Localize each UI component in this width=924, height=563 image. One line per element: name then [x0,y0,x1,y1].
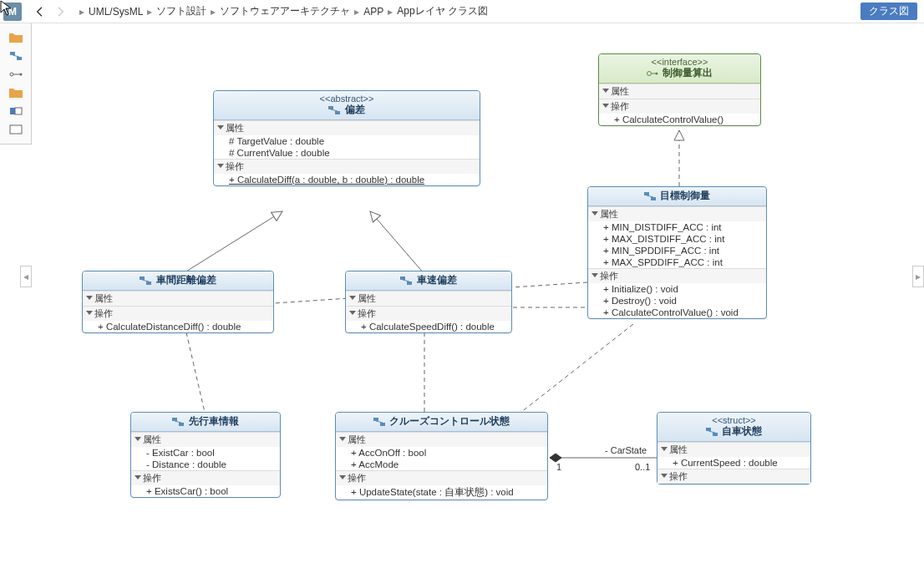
svg-rect-40 [713,433,718,436]
class-shasoku[interactable]: 車速偏差 属性 操作 + CalculateSpeedDiff() : doub… [345,271,512,333]
toolbox-panel [0,23,32,145]
class-icon [400,276,412,285]
svg-rect-0 [10,52,15,55]
class-icon [140,276,151,285]
nav-back-button[interactable] [32,3,48,20]
class-icon [373,418,385,426]
svg-rect-6 [10,108,15,114]
class-icon [706,428,718,436]
folder-icon-2[interactable] [7,85,25,100]
nav-forward-button[interactable] [52,3,69,20]
svg-rect-31 [651,197,656,200]
breadcrumb-item[interactable]: UML/SysML [89,6,143,18]
svg-rect-28 [407,282,412,285]
multiplicity-right: 0..1 [635,462,650,472]
breadcrumb-item[interactable]: Appレイヤ クラス図 [397,4,488,18]
svg-rect-39 [706,428,711,431]
svg-line-26 [142,280,149,282]
breadcrumb-item[interactable]: ソフト設計 [156,4,206,18]
right-panel-toggle[interactable]: ▸ [912,266,924,287]
svg-line-38 [376,421,383,423]
class-senko[interactable]: 先行車情報 属性 - ExistCar : bool - Distance : … [130,412,281,498]
svg-rect-8 [10,125,22,134]
diagram-canvas[interactable]: <<abstract>> 偏差 属性 # TargetValue : doubl… [32,23,924,563]
svg-rect-25 [146,282,151,285]
diagram-type-tag[interactable]: クラス図 [861,3,917,20]
class-icon[interactable] [7,48,25,63]
class-interface-seigyoryo[interactable]: <<interface>> 制御量算出 属性 操作 + CalculateCon… [598,53,761,126]
breadcrumb-item[interactable]: ソフトウェアアーキテクチャ [220,4,350,18]
svg-rect-34 [179,423,184,426]
svg-rect-18 [328,106,333,109]
svg-point-5 [19,74,22,76]
class-header: クルーズコントロール状態 [336,413,547,432]
svg-point-3 [10,73,13,76]
svg-line-12 [186,332,206,416]
class-header: 先行車情報 [131,413,280,432]
svg-rect-36 [373,418,378,421]
svg-line-32 [647,195,653,197]
class-icon [644,192,656,200]
svg-line-9 [182,211,282,274]
rect-icon[interactable] [7,122,25,137]
class-shakan[interactable]: 車間距離偏差 属性 操作 + CalculateDistanceDiff() :… [82,271,274,333]
class-icon [172,418,184,426]
svg-line-20 [331,109,338,111]
topbar: M ▸ UML/SysML ▸ ソフト設計 ▸ ソフトウェアアーキテクチャ ▸ … [0,0,924,23]
breadcrumb-item[interactable]: APP [363,6,383,18]
svg-rect-1 [17,57,22,60]
app-logo: M [3,3,22,21]
svg-rect-30 [644,192,649,195]
class-jisha[interactable]: <<struct>> 自車状態 属性 + CurrentSpeed : doub… [657,412,811,484]
breadcrumb: ▸ UML/SysML ▸ ソフト設計 ▸ ソフトウェアアーキテクチャ ▸ AP… [77,4,488,18]
svg-line-2 [13,55,19,57]
svg-point-23 [655,72,657,74]
class-mokuhyou[interactable]: 目標制御量 属性 + MIN_DISTDIFF_ACC : int + MAX_… [587,186,767,319]
class-header: 車間距離偏差 [83,271,273,291]
svg-line-41 [708,431,715,433]
svg-rect-24 [140,276,145,280]
left-panel-toggle[interactable]: ◂ [20,266,32,287]
svg-rect-33 [172,418,177,421]
svg-rect-7 [15,108,22,114]
class-header: <<abstract>> 偏差 [214,91,480,120]
class-icon [328,106,340,114]
class-cruise[interactable]: クルーズコントロール状態 属性 + AccOnOff : bool + AccM… [335,412,548,500]
class-header: <<interface>> 制御量算出 [599,54,760,84]
svg-rect-37 [380,423,385,426]
class-header: 目標制御量 [588,187,766,206]
connector-icon[interactable] [7,67,25,82]
note-icon[interactable] [7,104,25,119]
breadcrumb-sep: ▸ [79,6,84,18]
role-label: - CarState [605,445,647,455]
folder-icon[interactable] [7,30,25,45]
svg-line-35 [175,421,181,423]
multiplicity-left: 1 [556,462,561,472]
svg-line-29 [403,280,409,282]
svg-rect-19 [335,111,340,114]
class-hensa[interactable]: <<abstract>> 偏差 属性 # TargetValue : doubl… [213,90,480,186]
svg-rect-27 [400,276,405,280]
interface-icon [647,69,658,78]
svg-line-10 [370,211,424,274]
class-header: <<struct>> 自車状態 [657,413,810,442]
class-header: 車速偏差 [346,271,511,291]
svg-line-16 [516,324,633,416]
svg-point-21 [647,71,651,75]
